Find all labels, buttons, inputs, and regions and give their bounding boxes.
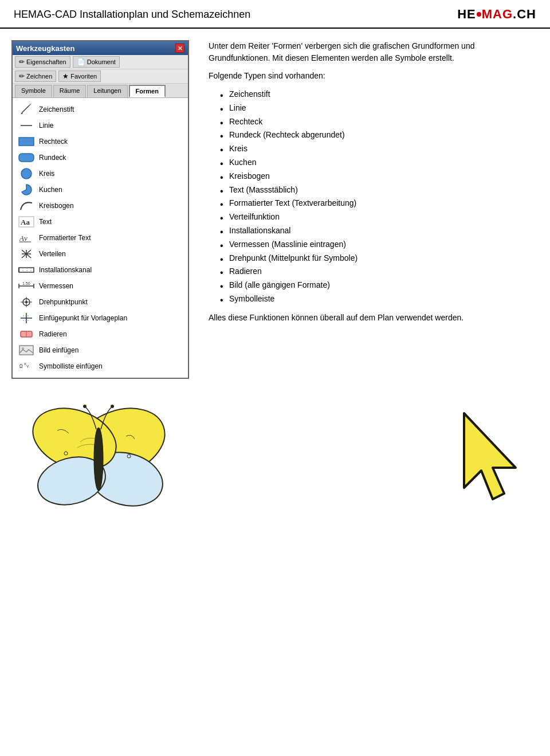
kuchen-icon [18, 183, 34, 196]
tool-text[interactable]: Aa Text [15, 214, 186, 230]
zeichenstift-label: Zeichenstift [39, 105, 74, 113]
radieren-label: Radieren [39, 330, 67, 338]
eigenschaften-label: Eigenschaften [26, 58, 66, 65]
type-item: Linie [220, 101, 533, 115]
kreis-icon [18, 167, 34, 180]
formatierter-text-label: Formatierter Text [39, 234, 91, 242]
close-button[interactable]: ✕ [175, 44, 184, 53]
tool-verteilen[interactable]: Verteilen [15, 246, 186, 262]
tool-formatierter-text[interactable]: Aν Formatierter Text [15, 230, 186, 246]
svg-marker-48 [464, 413, 516, 499]
tab-raeume[interactable]: Räume [53, 85, 86, 97]
bottom-section [0, 385, 550, 522]
rundeck-label: Rundeck [39, 154, 66, 162]
type-item: Formatierter Text (Textverarbeitung) [220, 197, 533, 210]
type-item: Text (Massstäblich) [220, 183, 533, 197]
dokument-label: Dokument [87, 58, 116, 65]
tool-einfuegepunkt[interactable]: Einfügepunkt für Vorlageplan [15, 310, 186, 326]
zeichenstift-icon [18, 103, 34, 116]
svg-rect-5 [19, 154, 34, 162]
svg-rect-34 [19, 346, 33, 355]
dokument-button[interactable]: 📄 Dokument [73, 56, 120, 68]
rechteck-label: Rechteck [39, 138, 68, 146]
svg-rect-4 [19, 138, 34, 146]
tool-installationskanal[interactable]: Installationskanal [15, 262, 186, 278]
formatierter-text-icon: Aν [18, 232, 34, 244]
svg-text:Ω: Ω [19, 363, 23, 369]
svg-point-44 [83, 405, 87, 408]
tool-kreisbogen[interactable]: Kreisbogen [15, 198, 186, 214]
type-item: Kreis [220, 142, 533, 156]
butterfly-image [11, 396, 195, 522]
svg-line-2 [29, 104, 31, 106]
svg-rect-15 [19, 268, 34, 272]
types-intro: Folgende Typen sind vorhanden: [209, 70, 533, 82]
tool-zeichenstift[interactable]: Zeichenstift [15, 101, 186, 117]
logo-mag: MAG [482, 7, 513, 22]
tool-rechteck[interactable]: Rechteck [15, 134, 186, 150]
text-label: Text [39, 218, 52, 226]
svg-point-6 [21, 169, 32, 179]
type-item: Symbolleiste [220, 292, 533, 306]
rundeck-icon [18, 151, 34, 164]
type-item: Installationskanal [220, 224, 533, 238]
type-item: Zeichenstift [220, 88, 533, 101]
toolbox-window: Werkzeugkasten ✕ ✏ Eigenschaften 📄 Dokum… [11, 40, 189, 379]
toolbar-row-1: ✏ Eigenschaften 📄 Dokument [13, 55, 188, 69]
types-list: Zeichenstift Linie Rechteck Rundeck (Rec… [220, 88, 533, 306]
symbolliste-icon: Ω x Y [18, 360, 34, 373]
kreisbogen-icon [18, 199, 34, 212]
svg-text:Aν: Aν [19, 234, 28, 242]
bild-einfuegen-label: Bild einfügen [39, 346, 78, 354]
linie-icon [18, 119, 34, 132]
tab-row: Symbole Räume Leitungen Formen [13, 84, 188, 98]
tab-leitungen[interactable]: Leitungen [87, 85, 127, 97]
svg-text:Aa: Aa [21, 218, 30, 226]
text-icon: Aa [18, 216, 34, 228]
tool-vermessen[interactable]: 1.50 Vermessen [15, 278, 186, 294]
drehpunkt-icon [18, 296, 34, 308]
tab-formen[interactable]: Formen [129, 85, 166, 97]
tool-drehpunktpunkt[interactable]: Drehpunktpunkt [15, 294, 186, 310]
tool-rundeck[interactable]: Rundeck [15, 150, 186, 166]
toolbox-title: Werkzeugkasten [16, 44, 74, 53]
document-icon: 📄 [77, 58, 85, 66]
type-item: Drehpunkt (Mittelpunkt für Symbole) [220, 252, 533, 265]
drehpunktpunkt-label: Drehpunktpunkt [39, 298, 88, 306]
header: HEMAG-CAD Installationplan und Schemazei… [0, 0, 550, 29]
toolbar-row-2: ✏ Zeichnen ★ Favoriten [13, 69, 188, 84]
tool-kreis[interactable]: Kreis [15, 166, 186, 182]
einfuegepunkt-label: Einfügepunkt für Vorlageplan [39, 314, 127, 322]
tool-linie[interactable]: Linie [15, 117, 186, 134]
bild-einfuegen-icon [18, 344, 34, 357]
tool-symbolliste[interactable]: Ω x Y Symbolliste einfügen [15, 358, 186, 374]
svg-point-27 [25, 301, 28, 303]
tool-bild-einfuegen[interactable]: Bild einfügen [15, 342, 186, 358]
page-title: HEMAG-CAD Installationplan und Schemazei… [14, 9, 250, 21]
svg-marker-1 [21, 113, 23, 114]
intro-text: Unter dem Reiter 'Formen' verbergen sich… [209, 40, 533, 64]
logo-he: HE [457, 7, 476, 22]
tool-list: Zeichenstift Linie Rechteck [13, 98, 188, 378]
tool-kuchen[interactable]: Kuchen [15, 182, 186, 198]
favoriten-label: Favoriten [70, 73, 97, 80]
svg-text:Y: Y [26, 365, 29, 369]
tab-symbole[interactable]: Symbole [15, 85, 52, 97]
type-item: Radieren [220, 265, 533, 279]
type-item: Kreisbogen [220, 170, 533, 183]
favoriten-button[interactable]: ★ Favoriten [58, 70, 101, 82]
svg-text:1.50: 1.50 [22, 281, 30, 285]
logo: HEMAG.CH [457, 7, 536, 22]
pencil-icon: ✏ [19, 58, 25, 66]
logo-ch: .CH [513, 7, 536, 22]
rechteck-icon [18, 135, 34, 148]
main-content: Werkzeugkasten ✕ ✏ Eigenschaften 📄 Dokum… [0, 40, 550, 379]
svg-point-43 [94, 428, 103, 491]
installationskanal-label: Installationskanal [39, 266, 92, 274]
kreisbogen-label: Kreisbogen [39, 202, 74, 210]
symbolliste-label: Symbolliste einfügen [39, 362, 103, 370]
eigenschaften-button[interactable]: ✏ Eigenschaften [15, 56, 70, 68]
zeichnen-button[interactable]: ✏ Zeichnen [15, 70, 56, 82]
type-item: Rundeck (Rechteck abgerundet) [220, 128, 533, 142]
tool-radieren[interactable]: Radieren [15, 326, 186, 342]
